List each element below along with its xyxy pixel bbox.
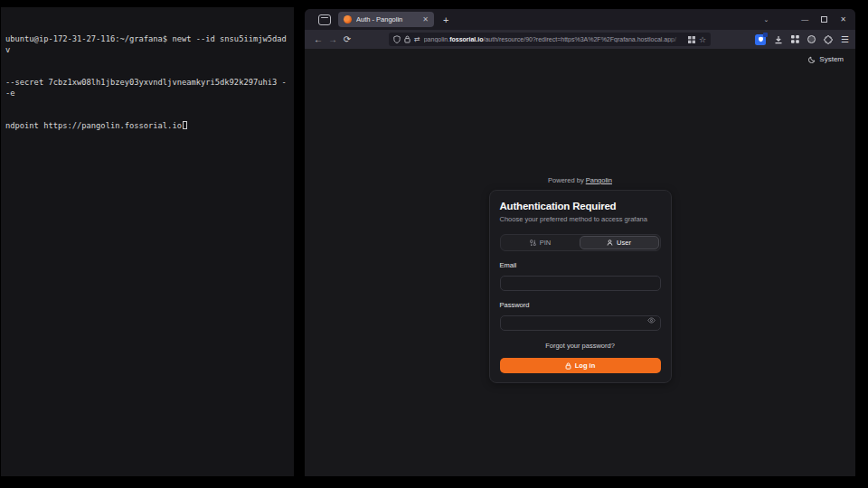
email-field[interactable] xyxy=(500,276,661,291)
new-tab-button[interactable]: + xyxy=(443,14,448,25)
show-password-eye-icon[interactable] xyxy=(647,316,656,324)
theme-toggle[interactable]: System xyxy=(808,55,844,63)
browser-window: Auth - Pangolin ✕ + ⌄ — ✕ ← → ⟳ xyxy=(305,9,855,476)
login-button[interactable]: Log in xyxy=(500,358,661,373)
window-close-button[interactable]: ✕ xyxy=(840,15,846,23)
login-button-label: Log in xyxy=(575,361,596,370)
tab-pin-label: PIN xyxy=(540,239,552,247)
bookmark-star-icon[interactable]: ☆ xyxy=(699,35,706,44)
auth-method-tabs: PIN User xyxy=(500,234,661,251)
account-containers-icon[interactable] xyxy=(791,35,799,43)
card-title: Authentication Required xyxy=(500,201,661,211)
browser-toolbar: ← → ⟳ ⇄ pangolin.fossorial.io/auth/resou… xyxy=(305,30,855,49)
pangolin-favicon-icon xyxy=(344,15,352,23)
moon-icon xyxy=(808,56,816,63)
back-button[interactable]: ← xyxy=(311,34,326,44)
tab-user-label: User xyxy=(617,239,631,247)
tab-close-icon[interactable]: ✕ xyxy=(422,15,429,23)
container-switch-icon[interactable]: ⇄ xyxy=(414,35,420,43)
pin-keypad-icon xyxy=(530,239,536,246)
password-field[interactable] xyxy=(500,315,661,331)
terminal-line: --secret 7cbz1xw08lh1jbzey03yxvndljvneam… xyxy=(5,77,289,99)
browser-tabbar: Auth - Pangolin ✕ + ⌄ — ✕ xyxy=(305,9,855,30)
auth-card: Authentication Required Choose your pref… xyxy=(489,190,672,383)
toolbar-extensions: ☰ xyxy=(755,34,849,45)
reload-button[interactable]: ⟳ xyxy=(340,34,354,44)
powered-by: Powered by Pangolin xyxy=(548,176,612,184)
terminal-line: ndpoint https://pangolin.fossorial.io xyxy=(5,120,289,131)
auth-page: System Powered by Pangolin Authenticatio… xyxy=(305,49,855,476)
card-subtitle: Choose your preferred method to access g… xyxy=(500,215,661,223)
downloads-icon[interactable] xyxy=(774,35,783,44)
terminal-window[interactable]: ubuntu@ip-172-31-27-116:~/grafana$ newt … xyxy=(1,7,294,476)
tracking-protection-shield-icon[interactable] xyxy=(393,35,401,43)
theme-label: System xyxy=(819,55,844,63)
grid-shortcut-icon[interactable] xyxy=(688,36,695,43)
user-icon xyxy=(607,239,613,246)
email-label: Email xyxy=(500,261,661,269)
login-lock-icon xyxy=(565,362,571,370)
forward-button[interactable]: → xyxy=(326,34,340,44)
url-bar[interactable]: ⇄ pangolin.fossorial.io/auth/resource/90… xyxy=(389,33,711,46)
browser-tab-auth-pangolin[interactable]: Auth - Pangolin ✕ xyxy=(338,12,434,27)
terminal-cursor xyxy=(183,121,187,129)
forgot-password-link[interactable]: Forgot your password? xyxy=(500,342,661,350)
terminal-line: ubuntu@ip-172-31-27-116:~/grafana$ newt … xyxy=(5,33,289,55)
url-text: pangolin.fossorial.io/auth/resource/90?r… xyxy=(424,36,684,42)
window-maximize-button[interactable] xyxy=(821,16,827,23)
extension-badge xyxy=(763,33,768,37)
firefox-view-icon[interactable] xyxy=(318,14,331,25)
privacy-extension-icon[interactable] xyxy=(807,35,816,43)
pangolin-link[interactable]: Pangolin xyxy=(586,176,612,184)
desktop: ubuntu@ip-172-31-27-116:~/grafana$ newt … xyxy=(0,0,868,488)
window-minimize-button[interactable]: — xyxy=(801,15,808,23)
tab-list-chevron-icon[interactable]: ⌄ xyxy=(763,16,769,23)
tab-title: Auth - Pangolin xyxy=(356,15,418,23)
password-manager-extension-icon[interactable] xyxy=(755,34,766,45)
menu-hamburger-icon[interactable]: ☰ xyxy=(841,34,849,44)
password-label: Password xyxy=(500,301,661,309)
extensions-puzzle-icon[interactable] xyxy=(824,35,833,44)
tab-pin[interactable]: PIN xyxy=(502,236,580,249)
padlock-icon[interactable] xyxy=(404,35,410,43)
tab-user[interactable]: User xyxy=(580,236,659,249)
